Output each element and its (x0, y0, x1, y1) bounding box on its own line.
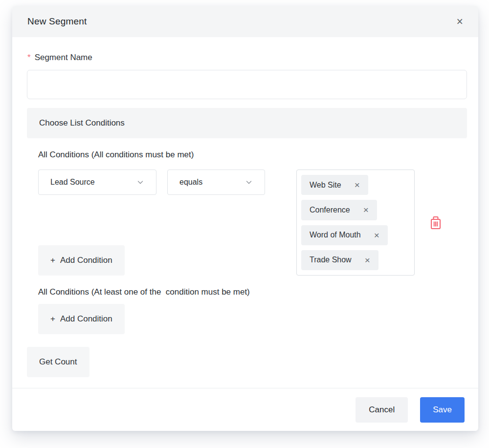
tag-label: Trade Show (310, 256, 352, 264)
add-condition-label: Add Condition (60, 314, 112, 324)
close-icon[interactable]: × (457, 16, 463, 27)
tag-remove-icon[interactable]: × (355, 180, 360, 190)
modal-header: New Segment × (12, 6, 478, 37)
trash-icon[interactable] (429, 216, 442, 230)
selected-value-tag: Word of Mouth × (301, 225, 388, 245)
conditions-section-title: Choose List Conditions (39, 118, 125, 128)
condition-row: Lead Source equals + Add Condition (38, 170, 467, 276)
selected-value-tag: Web Site × (301, 175, 368, 195)
save-button[interactable]: Save (420, 397, 465, 423)
chevron-down-icon (136, 178, 144, 186)
plus-icon: + (50, 314, 55, 324)
delete-condition-wrap (429, 170, 442, 276)
segment-name-label-row: * Segment Name (27, 53, 467, 63)
condition-selects: Lead Source equals (38, 170, 265, 195)
tag-label: Conference (310, 206, 350, 214)
plus-icon: + (50, 256, 55, 265)
required-asterisk: * (27, 53, 31, 63)
modal-title: New Segment (27, 16, 87, 27)
chevron-down-icon (245, 178, 253, 186)
field-select-value: Lead Source (50, 178, 95, 187)
get-count-label: Get Count (39, 357, 77, 367)
tag-remove-icon[interactable]: × (365, 256, 370, 265)
condition-left-column: Lead Source equals + Add Condition (38, 170, 265, 276)
segment-name-label: Segment Name (35, 53, 92, 63)
segment-name-input[interactable] (27, 70, 467, 99)
field-select[interactable]: Lead Source (38, 170, 156, 195)
selected-value-tag: Conference × (301, 200, 377, 220)
all-conditions-group-1-label: All Conditions (All conditions must be m… (38, 150, 467, 160)
selected-value-tag: Trade Show × (301, 250, 378, 270)
tag-remove-icon[interactable]: × (363, 205, 369, 214)
add-condition-button[interactable]: + Add Condition (38, 304, 125, 334)
operator-select-value: equals (179, 178, 202, 187)
all-conditions-group-2-label: All Conditions (At least one of the cond… (38, 287, 467, 297)
operator-select[interactable]: equals (167, 170, 265, 195)
new-segment-modal: New Segment × * Segment Name Choose List… (12, 6, 478, 431)
modal-footer: Cancel Save (12, 388, 478, 431)
get-count-button[interactable]: Get Count (27, 347, 89, 377)
tag-label: Web Site (310, 181, 341, 190)
tag-label: Word of Mouth (310, 231, 361, 239)
conditions-section-header: Choose List Conditions (27, 108, 467, 138)
cancel-button[interactable]: Cancel (356, 397, 408, 423)
values-multiselect[interactable]: Web Site × Conference × Word of Mouth × … (296, 170, 415, 276)
tag-remove-icon[interactable]: × (374, 231, 379, 240)
add-condition-button[interactable]: + Add Condition (38, 245, 125, 276)
add-condition-label: Add Condition (60, 256, 112, 265)
modal-body: * Segment Name Choose List Conditions Al… (12, 37, 478, 388)
